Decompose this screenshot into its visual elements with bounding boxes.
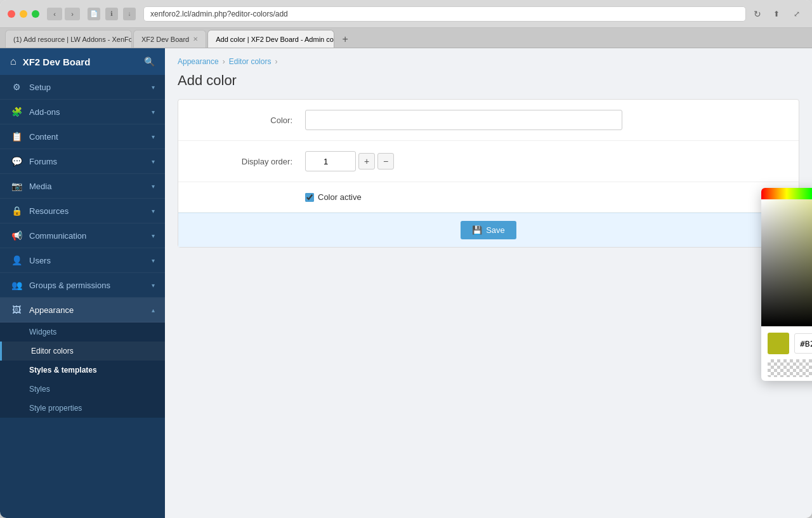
breadcrumb-sep2: › (275, 57, 277, 66)
sidebar-item-label: Users (29, 256, 152, 265)
breadcrumb-editor-colors[interactable]: Editor colors (229, 57, 272, 66)
display-order-input[interactable] (305, 151, 356, 171)
chevron-up-icon: ▴ (152, 307, 155, 314)
hex-input[interactable] (794, 333, 812, 354)
tab-2-close[interactable]: ✕ (193, 36, 198, 43)
color-input[interactable] (305, 110, 622, 130)
increment-button[interactable]: + (358, 153, 375, 169)
save-icon: 💾 (472, 225, 482, 235)
sidebar-item-style-properties[interactable]: Style properties (0, 399, 165, 418)
color-picker-popup: Update (761, 188, 812, 381)
sidebar-item-communication[interactable]: 📢 Communication ▾ (0, 223, 165, 248)
tab-2-label: XF2 Dev Board (141, 36, 189, 43)
sidebar-search-icon[interactable]: 🔍 (144, 56, 155, 67)
sidebar-item-label: Setup (29, 83, 152, 92)
sidebar-item-content[interactable]: 📋 Content ▾ (0, 124, 165, 149)
fullscreen-icon[interactable]: ⤢ (789, 8, 804, 20)
breadcrumb-appearance[interactable]: Appearance (178, 57, 219, 66)
breadcrumb-sep: › (223, 57, 225, 66)
chevron-down-icon: ▾ (152, 84, 155, 91)
color-label: Color: (191, 116, 305, 125)
sidebar-item-label: Add-ons (29, 107, 152, 117)
content-area: Appearance › Editor colors › Add color C… (165, 48, 812, 518)
maximize-button[interactable] (32, 10, 39, 18)
color-hex-row: Update (768, 333, 812, 354)
hue-slider[interactable] (761, 188, 812, 199)
forward-button[interactable]: › (65, 8, 80, 20)
addons-icon: 🧩 (10, 107, 23, 117)
color-row: Color: (178, 100, 799, 141)
color-active-control: Color active (305, 192, 786, 202)
page-header: Add color (165, 70, 812, 99)
picker-body (761, 199, 812, 326)
content-icon: 📋 (10, 131, 23, 142)
sidebar-item-widgets[interactable]: Widgets (0, 322, 165, 342)
sidebar-item-styles-templates[interactable]: Styles & templates (0, 361, 165, 380)
traffic-lights (8, 10, 39, 18)
sidebar-item-label: Content (29, 132, 152, 142)
close-button[interactable] (8, 10, 15, 18)
color-active-checkbox[interactable] (305, 193, 314, 202)
sidebar-item-label: Resources (29, 206, 152, 216)
sidebar-item-label: Forums (29, 157, 152, 166)
chevron-down-icon: ▾ (152, 232, 155, 239)
sidebar-item-editor-colors[interactable]: Editor colors (0, 342, 165, 361)
form-container: Color: Display order: + − (178, 99, 799, 248)
chevron-down-icon: ▾ (152, 133, 155, 140)
tab-1-label: (1) Add resource | LW Addons - XenForo A… (13, 36, 132, 43)
save-bar: 💾 Save (178, 213, 799, 247)
checkbox-row: Color active (305, 192, 786, 202)
url-bar[interactable]: xenforo2.lcl/admin.php?editor-colors/add (143, 6, 746, 22)
tab-3-label: Add color | XF2 Dev Board - Admin contro… (216, 36, 334, 43)
extension-icon: ↓ (123, 8, 136, 20)
chevron-down-icon: ▾ (152, 257, 155, 264)
main-content: Appearance › Editor colors › Add color C… (165, 48, 812, 518)
share-icon[interactable]: ⬆ (769, 8, 784, 20)
display-order-row: Display order: + − (178, 141, 799, 182)
back-button[interactable]: ‹ (47, 8, 62, 20)
display-order-control: + − (305, 151, 786, 171)
sidebar-item-label: Appearance (29, 305, 152, 315)
chevron-down-icon: ▾ (152, 208, 155, 215)
number-input-group: + − (305, 151, 786, 171)
media-icon: 📷 (10, 181, 23, 191)
browser-icon: 📄 (88, 8, 100, 20)
tab-1[interactable]: (1) Add resource | LW Addons - XenForo A… (5, 30, 132, 48)
setup-icon: ⚙ (10, 82, 23, 92)
forums-icon: 💬 (10, 156, 23, 166)
sidebar-item-appearance[interactable]: 🖼 Appearance ▴ (0, 298, 165, 322)
resources-icon: 🔒 (10, 206, 23, 216)
communication-icon: 📢 (10, 230, 23, 241)
sidebar-item-label: Media (29, 182, 152, 191)
alpha-preview (768, 359, 812, 377)
save-button[interactable]: 💾 Save (461, 221, 516, 239)
sidebar-item-resources[interactable]: 🔒 Resources ▾ (0, 199, 165, 223)
chevron-down-icon: ▾ (152, 158, 155, 165)
decrement-button[interactable]: − (377, 153, 394, 169)
new-tab-button[interactable]: + (338, 32, 352, 46)
sidebar-item-users[interactable]: 👤 Users ▾ (0, 248, 165, 273)
sidebar-item-styles[interactable]: Styles (0, 380, 165, 399)
tab-3[interactable]: Add color | XF2 Dev Board - Admin contro… (207, 30, 334, 48)
info-icon: ℹ (105, 8, 118, 20)
home-icon[interactable]: ⌂ (10, 56, 16, 67)
minimize-button[interactable] (20, 10, 27, 18)
tab-2[interactable]: XF2 Dev Board ✕ (133, 30, 206, 48)
nav-buttons: ‹ › (47, 8, 80, 20)
sidebar-item-groups[interactable]: 👥 Groups & permissions ▾ (0, 273, 165, 298)
sidebar-item-setup[interactable]: ⚙ Setup ▾ (0, 75, 165, 100)
saturation-brightness-gradient[interactable] (761, 199, 812, 326)
picker-main (761, 199, 812, 326)
save-label: Save (486, 225, 505, 235)
users-icon: 👤 (10, 255, 23, 265)
titlebar: ‹ › 📄 ℹ ↓ xenforo2.lcl/admin.php?editor-… (0, 0, 812, 28)
reload-button[interactable]: ↻ (751, 8, 764, 20)
picker-bottom: Update (761, 326, 812, 381)
sidebar-item-media[interactable]: 📷 Media ▾ (0, 174, 165, 199)
sidebar-item-forums[interactable]: 💬 Forums ▾ (0, 149, 165, 174)
sidebar-item-addons[interactable]: 🧩 Add-ons ▾ (0, 100, 165, 124)
sidebar-item-label: Groups & permissions (29, 281, 152, 290)
appearance-icon: 🖼 (10, 305, 23, 315)
appearance-submenu: Widgets Editor colors Styles & templates… (0, 322, 165, 418)
display-order-label: Display order: (191, 157, 305, 166)
